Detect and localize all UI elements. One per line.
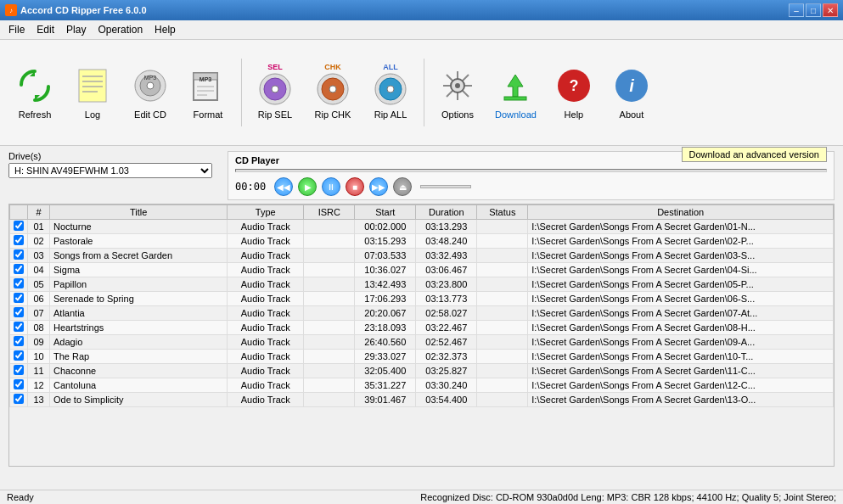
track-duration: 03:06.467 [416, 263, 477, 277]
rewind-button[interactable]: ◀◀ [274, 177, 293, 196]
editcd-label: Edit CD [134, 109, 166, 120]
track-check[interactable] [10, 249, 28, 263]
track-check[interactable] [10, 220, 28, 234]
track-check[interactable] [10, 350, 28, 364]
maximize-button[interactable]: □ [806, 3, 821, 17]
ripsel-icon [257, 71, 293, 107]
ripall-icon [373, 71, 408, 107]
table-row[interactable]: 02 Pastorale Audio Track 03:15.293 03:48… [10, 234, 834, 249]
pause-icon: ⏸ [327, 182, 335, 192]
svg-point-21 [272, 86, 278, 92]
ffwd-button[interactable]: ▶▶ [369, 177, 388, 196]
close-button[interactable]: ✕ [823, 3, 838, 17]
track-check[interactable] [10, 335, 28, 350]
ripchk-button[interactable]: CHK Rip CHK [305, 61, 361, 124]
options-label: Options [441, 109, 474, 120]
track-title: Heartstrings [50, 321, 228, 335]
help-icon-area: ? [554, 65, 594, 106]
pause-button[interactable]: ⏸ [322, 177, 340, 196]
menu-edit[interactable]: Edit [31, 22, 59, 37]
ripall-button[interactable]: ALL Rip ALL [362, 61, 419, 124]
col-type: Type [228, 205, 304, 220]
format-button[interactable]: MP3 Format [180, 61, 236, 124]
track-title: Sigma [50, 263, 228, 277]
track-isrc [304, 364, 355, 378]
play-button[interactable]: ▶ [298, 177, 317, 196]
download-button[interactable]: Download [487, 61, 544, 124]
about-button[interactable]: i About [604, 61, 660, 124]
track-check[interactable] [10, 277, 28, 292]
track-title: The Rap [50, 350, 228, 364]
table-row[interactable]: 05 Papillon Audio Track 13:42.493 03:23.… [10, 277, 834, 292]
table-row[interactable]: 09 Adagio Audio Track 26:40.560 02:52.46… [10, 335, 834, 350]
svg-marker-34 [508, 75, 523, 97]
track-status [477, 220, 528, 234]
player-progress-bar[interactable] [235, 169, 827, 172]
track-type: Audio Track [228, 321, 304, 335]
eject-button[interactable]: ⏏ [393, 177, 412, 196]
track-num: 09 [28, 335, 50, 350]
options-button[interactable]: Options [430, 61, 486, 124]
log-button[interactable]: Log [65, 61, 121, 124]
drive-dropdown[interactable]: H: SHIN AV49EFWHM 1.03 [8, 163, 212, 178]
track-check[interactable] [10, 306, 28, 321]
track-dest: I:\Secret Garden\Songs From A Secret Gar… [528, 378, 834, 393]
track-check[interactable] [10, 393, 28, 407]
track-status [477, 277, 528, 292]
stop-button[interactable]: ■ [346, 177, 364, 196]
table-row[interactable]: 07 Atlantia Audio Track 20:20.067 02:58.… [10, 306, 834, 321]
track-title: Serenade to Spring [50, 292, 228, 306]
track-title: Nocturne [50, 220, 228, 234]
table-row[interactable]: 03 Songs from a Secret Garden Audio Trac… [10, 249, 834, 263]
track-num: 05 [28, 277, 50, 292]
table-row[interactable]: 11 Chaconne Audio Track 32:05.400 03:25.… [10, 364, 834, 378]
table-row[interactable]: 01 Nocturne Audio Track 00:02.000 03:13.… [10, 220, 834, 234]
menu-file[interactable]: File [3, 22, 30, 37]
minimize-button[interactable]: – [789, 3, 804, 17]
editcd-button[interactable]: MP3 Edit CD [122, 61, 178, 124]
track-title: Songs from a Secret Garden [50, 249, 228, 263]
menu-play[interactable]: Play [61, 22, 91, 37]
refresh-label: Refresh [19, 109, 52, 120]
menu-help[interactable]: Help [149, 22, 181, 37]
log-label: Log [85, 109, 100, 120]
help-button[interactable]: ? Help [546, 61, 602, 124]
track-start: 39:01.467 [355, 393, 416, 407]
table-row[interactable]: 12 Cantoluna Audio Track 35:31.227 03:30… [10, 378, 834, 393]
track-type: Audio Track [228, 234, 304, 249]
table-row[interactable]: 08 Heartstrings Audio Track 23:18.093 03… [10, 321, 834, 335]
track-duration: 03:13.773 [416, 292, 477, 306]
track-list: 01 Nocturne Audio Track 00:02.000 03:13.… [10, 220, 834, 407]
table-row[interactable]: 10 The Rap Audio Track 29:33.027 02:32.3… [10, 350, 834, 364]
window-controls[interactable]: – □ ✕ [789, 3, 838, 17]
track-start: 03:15.293 [355, 234, 416, 249]
track-duration: 03:13.293 [416, 220, 477, 234]
volume-slider[interactable] [420, 185, 471, 188]
track-status [477, 350, 528, 364]
track-num: 07 [28, 306, 50, 321]
svg-text:MP3: MP3 [200, 76, 212, 82]
track-check[interactable] [10, 378, 28, 393]
col-status: Status [477, 205, 528, 220]
table-row[interactable]: 06 Serenade to Spring Audio Track 17:06.… [10, 292, 834, 306]
track-status [477, 249, 528, 263]
track-check[interactable] [10, 364, 28, 378]
table-row[interactable]: 13 Ode to Simplicity Audio Track 39:01.4… [10, 393, 834, 407]
track-check[interactable] [10, 321, 28, 335]
separator-1 [241, 59, 242, 126]
ripsel-icon-area: SEL [255, 65, 295, 106]
track-check[interactable] [10, 263, 28, 277]
drive-label: Drive(s) [8, 151, 221, 161]
track-table-scroll[interactable]: # Title Type ISRC Start Duration Status … [8, 204, 835, 467]
sel-badge: SEL [267, 63, 283, 71]
menu-operation[interactable]: Operation [93, 22, 148, 37]
table-row[interactable]: 04 Sigma Audio Track 10:36.027 03:06.467… [10, 263, 834, 277]
track-check[interactable] [10, 292, 28, 306]
col-dur: Duration [416, 205, 477, 220]
track-start: 00:02.000 [355, 220, 416, 234]
track-check[interactable] [10, 234, 28, 249]
refresh-button[interactable]: Refresh [7, 61, 63, 124]
format-icon-area: MP3 [188, 65, 228, 106]
track-type: Audio Track [228, 277, 304, 292]
ripsel-button[interactable]: SEL Rip SEL [247, 61, 303, 124]
